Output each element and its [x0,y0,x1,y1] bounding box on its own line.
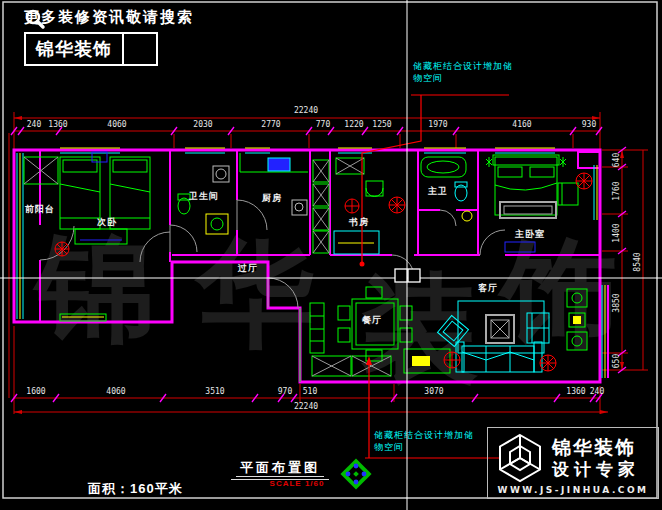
living-room-furniture [300,289,587,382]
dimension-value: 1970 [428,120,447,129]
dimension-value: 4060 [107,120,126,129]
dimension-value: 240 [27,120,41,129]
room-label: 主卫 [428,185,448,198]
room-label: 餐厅 [362,314,382,327]
dimension-value: 640 [612,153,621,167]
dimension-value: 2770 [261,120,280,129]
diamond-logo [330,450,382,500]
room-label: 过厅 [238,262,258,275]
study-furniture [334,158,405,254]
annotation-line: 物空间 [374,441,474,453]
cad-floorplan-canvas: 锦华装饰 [0,0,662,510]
area-label: 面积：160平米 [88,480,183,498]
room-label: 厨房 [262,192,282,205]
dimension-value: 4060 [106,387,125,396]
dimension-value: 1360 [566,387,585,396]
brand-logo-text: 锦华装饰 [26,34,122,64]
outer-wall [14,150,600,382]
right-total-dimension: 8540 [633,252,642,271]
room-label: 客厅 [478,282,498,295]
top-total-dimension: 22240 [294,106,318,115]
company-subtitle: 设计专家 [552,459,640,480]
dimension-value: 3510 [205,387,224,396]
dining-furniture [310,287,412,376]
storage-cabinet-column [313,160,329,253]
title-underline [236,476,324,477]
room-label: 前阳台 [25,203,55,216]
brand-header: 更多装修资讯敬请搜索 锦华装饰 [24,8,194,66]
dimension-value: 1360 [48,120,67,129]
company-website: WWW.JS-JINHUA.COM [488,485,658,495]
dimension-value: 1400 [612,223,621,242]
company-block: 锦华装饰 设计专家 WWW.JS-JINHUA.COM [487,427,659,499]
dimension-value: 1600 [26,387,45,396]
annotation-line: 储藏柜结合设计增加储 [374,429,474,441]
kitchen-furniture [240,153,308,215]
room-label: 书房 [349,216,369,229]
dimension-value: 770 [316,120,330,129]
room-label: 主卧室 [515,228,545,241]
room-label: 次卧 [97,216,117,229]
annotation-line: 物空间 [413,72,513,84]
dimension-value: 650 [612,354,621,368]
dimension-value: 510 [303,387,317,396]
dimension-value: 1760 [612,181,621,200]
brand-search-box: 锦华装饰 [24,32,158,66]
dimension-value: 3850 [612,293,621,312]
bed-bench [500,202,556,218]
scale-label: SCALE 1/60 [262,479,332,488]
rug [458,301,544,353]
dimension-value: 1220 [344,120,363,129]
dimension-value: 930 [582,120,596,129]
drawing-title: 平面布置图 [232,459,328,477]
dimension-value: 1250 [372,120,391,129]
sofa [456,342,542,372]
stove [292,200,307,215]
dimension-value: 970 [278,387,292,396]
side-cabinet [310,303,324,353]
dimension-value: 240 [590,387,604,396]
sink [206,214,228,234]
dimension-value: 2030 [193,120,212,129]
storage-annotation-top: 储藏柜结合设计增加储 物空间 [413,60,513,84]
kitchen-sink [268,158,290,171]
brand-tagline: 更多装修资讯敬请搜索 [24,8,194,27]
armchair [558,183,578,205]
walls [14,150,608,382]
washing-machine [213,166,229,182]
room-label: 卫生间 [189,190,219,203]
dimension-value: 4160 [512,120,531,129]
bottom-total-dimension: 22240 [294,402,318,411]
storage-annotation-bottom: 储藏柜结合设计增加储 物空间 [374,429,474,453]
annotation-line: 储藏柜结合设计增加储 [413,60,513,72]
magnifier-icon [124,34,156,64]
company-name: 锦华装饰 [552,437,640,459]
cube-logo-icon [494,432,546,484]
dimension-value: 3070 [424,387,443,396]
